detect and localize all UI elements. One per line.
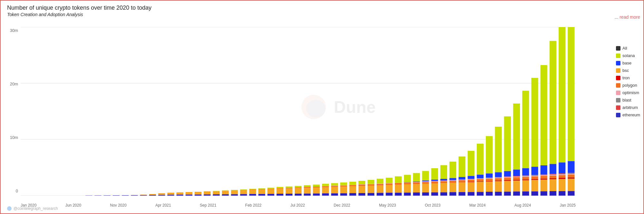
bar-segment-polygon: [477, 179, 484, 181]
bar-segment-tron: [559, 178, 565, 179]
bar-segment-polygon: [531, 176, 538, 179]
bar-segment-solana: [386, 178, 392, 183]
bar-segment-ethereum: [195, 194, 201, 196]
bar-segment-bsc: [504, 181, 511, 191]
bar-segment-arbitrum: [504, 177, 511, 177]
bar-segment-blast: [495, 177, 502, 178]
bar-segment-tron: [477, 181, 484, 182]
bar-segment-optimism: [431, 181, 438, 181]
bar-segment-ethereum: [140, 195, 147, 196]
bar-segment-ethereum: [104, 195, 111, 196]
bar-segment-optimism: [522, 176, 529, 177]
bar-segment-solana: [550, 41, 556, 164]
bar-segment-bsc: [213, 191, 220, 194]
x-label: Jun 2020: [65, 203, 81, 208]
bar-segment-arbitrum: [550, 174, 556, 174]
bar-segment-solana: [349, 182, 356, 185]
bar-segment-base: [513, 170, 520, 176]
bar-segment-bsc: [386, 185, 392, 193]
legend-color-arbitrum: [616, 105, 620, 110]
bar-segment-bsc: [331, 187, 338, 193]
bar-segment-solana: [468, 151, 475, 176]
bar-segment-base: [404, 182, 411, 182]
bar-segment-bsc: [568, 179, 574, 191]
read-more-link[interactable]: read more: [620, 15, 640, 20]
bar-segment-solana: [449, 161, 456, 178]
bar-segment-solana: [458, 156, 465, 177]
bar-segment-bsc: [204, 191, 210, 194]
bar-segment-ethereum: [113, 195, 120, 196]
chart-title: Number of unique crypto tokens over time…: [7, 5, 151, 11]
legend-item-solana: solana: [616, 53, 640, 58]
legend-label-solana: solana: [622, 53, 635, 58]
bar-segment-bsc: [395, 185, 402, 193]
bar-segment-bsc: [522, 180, 529, 191]
bar-segment-polygon: [440, 181, 447, 183]
bar-segment-ethereum: [286, 194, 293, 196]
bar-segment-bsc: [140, 195, 147, 195]
bar-segment-optimism: [559, 174, 565, 175]
bar-segment-bsc: [322, 187, 329, 193]
bar-segment-optimism: [386, 183, 392, 183]
legend-color-blast: [616, 98, 620, 102]
x-label: Sep 2021: [200, 203, 216, 208]
legend-item-bsc: bsc: [616, 68, 640, 73]
bar-segment-optimism: [368, 184, 374, 184]
bar-segment-solana: [422, 171, 429, 180]
bar-segment-bsc: [377, 185, 383, 193]
chart-subtitle: Token Creation and Adoption Analysis: [7, 12, 151, 17]
bar-segment-polygon: [267, 189, 274, 190]
bar-segment-solana: [431, 168, 438, 180]
legend-item-all: All: [616, 46, 640, 51]
bar-segment-solana: [440, 165, 447, 179]
bar-segment-blast: [513, 176, 520, 177]
bar-segment-polygon: [386, 183, 392, 185]
bar-segment-bsc: [531, 180, 538, 191]
bar-segment-solana: [395, 176, 402, 183]
bar-segment-base: [504, 171, 511, 177]
bar-segment-ethereum: [85, 195, 92, 196]
bar-segment-base: [531, 167, 538, 175]
bar-segment-ethereum: [522, 191, 529, 196]
bar-segment-blast: [541, 175, 547, 175]
bar-segment-ethereum: [531, 191, 538, 196]
bar-segment-base: [431, 180, 438, 181]
bar-segment-optimism: [468, 179, 475, 180]
read-more-area: ... read more: [615, 15, 640, 20]
bar-segment-solana: [413, 173, 420, 181]
bar-segment-ethereum: [513, 191, 520, 196]
bar-segment-polygon: [395, 183, 402, 185]
bar-segment-solana: [204, 191, 210, 191]
bar-segment-solana: [377, 179, 383, 184]
bar-segment-solana: [522, 91, 529, 168]
bar-segment-solana: [331, 183, 338, 186]
bar-segment-ethereum: [477, 192, 484, 196]
bar-segment-arbitrum: [422, 181, 429, 182]
bar-segment-polygon: [541, 176, 547, 179]
bar-segment-blast: [486, 178, 493, 178]
bar-segment-tron: [495, 180, 502, 181]
bar-segment-bsc: [195, 192, 201, 194]
bar-segment-solana: [340, 182, 347, 185]
bar-segment-ethereum: [368, 193, 374, 196]
bar-segment-optimism: [440, 181, 447, 181]
legend-color-all: [616, 46, 620, 51]
bar-segment-solana: [286, 187, 293, 188]
bar-segment-polygon: [359, 185, 365, 186]
bar-segment-solana: [240, 190, 247, 190]
bar-segment-polygon: [522, 177, 529, 180]
y-label-20m: 20m: [10, 82, 18, 86]
bar-segment-polygon: [431, 181, 438, 183]
bar-segment-ethereum: [495, 192, 502, 196]
bar-segment-base: [413, 181, 420, 182]
bar-segment-polygon: [368, 184, 374, 186]
bar-segment-blast: [568, 173, 574, 174]
bar-segment-solana: [568, 27, 574, 161]
credit: @cointelegraph_research: [7, 206, 58, 211]
legend-item-base: base: [616, 61, 640, 65]
bar-segment-polygon: [550, 176, 556, 179]
bar-segment-bsc: [495, 181, 502, 192]
bar-segment-arbitrum: [486, 178, 493, 178]
bar-segment-optimism: [377, 183, 383, 184]
bar-segment-bsc: [231, 190, 238, 194]
